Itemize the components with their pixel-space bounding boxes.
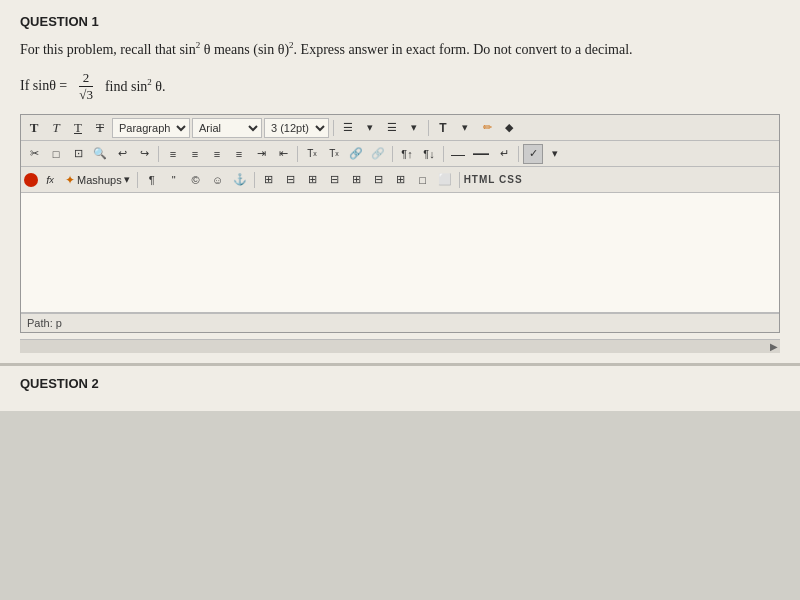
mashups-arrow: ▾	[124, 173, 130, 186]
separator5	[392, 146, 393, 162]
paragraph-mark-button[interactable]: ¶	[142, 170, 162, 190]
cut-button[interactable]: ✂	[24, 144, 44, 164]
problem-text: For this problem, recall that sin2 θ mea…	[20, 39, 780, 60]
text-color-arrow[interactable]: ▾	[455, 118, 475, 138]
question2-header: QUESTION 2	[20, 376, 780, 391]
grid4x2-button[interactable]: ⊟	[369, 170, 389, 190]
hr-thick-button[interactable]: —	[470, 144, 492, 164]
question1-header: QUESTION 1	[20, 14, 780, 29]
html-css-label: HTML CSS	[464, 174, 523, 185]
indent-less-button[interactable]: ⇤	[273, 144, 293, 164]
check-arrow-button[interactable]: ▾	[545, 144, 565, 164]
copy-plain-button[interactable]: □	[46, 144, 66, 164]
list-button[interactable]: ☰	[338, 118, 358, 138]
paragraph-select[interactable]: Paragraph Heading 1 Heading 2	[112, 118, 190, 138]
check-button[interactable]: ✓	[523, 144, 543, 164]
separator4	[297, 146, 298, 162]
separator2	[428, 120, 429, 136]
align-center-button[interactable]: ≡	[185, 144, 205, 164]
grid3x3-button[interactable]: ⊞	[347, 170, 367, 190]
align-left-button[interactable]: ≡	[163, 144, 183, 164]
hr-thin-button[interactable]: —	[448, 144, 468, 164]
font-select[interactable]: Arial Times New Roman Courier	[192, 118, 262, 138]
question2-section: QUESTION 2	[0, 364, 800, 411]
subscript-button[interactable]: Tx	[324, 144, 344, 164]
align-justify-button[interactable]: ≡	[229, 144, 249, 164]
fraction-denominator: √3	[75, 87, 97, 103]
grid-col2-button[interactable]: ⬜	[435, 170, 455, 190]
separator10	[459, 172, 460, 188]
grid2x3-button[interactable]: ⊞	[303, 170, 323, 190]
quote-button[interactable]: "	[164, 170, 184, 190]
given-line: If sinθ = 2 √3 find sin2 θ.	[20, 70, 780, 102]
strikethrough-button[interactable]: T	[90, 118, 110, 138]
italic-button[interactable]: T	[46, 118, 66, 138]
toolbar-row2: ✂ □ ⊡ 🔍 ↩ ↪ ≡ ≡ ≡ ≡ ⇥ ⇤ Tx Tx 🔗 🔗 ¶	[21, 141, 779, 167]
size-select[interactable]: 3 (12pt) 1 (8pt) 2 (10pt) 4 (14pt)	[264, 118, 329, 138]
smiley-button[interactable]: ☺	[208, 170, 228, 190]
separator6	[443, 146, 444, 162]
align-right-button[interactable]: ≡	[207, 144, 227, 164]
table-button[interactable]: ⊞	[259, 170, 279, 190]
red-circle-icon	[24, 173, 38, 187]
ltr-button[interactable]: ¶↓	[419, 144, 439, 164]
pencil-button[interactable]: ✏	[477, 118, 497, 138]
copy-formatted-button[interactable]: ⊡	[68, 144, 88, 164]
given-suffix: find sin2 θ.	[105, 77, 166, 95]
page-container: QUESTION 1 For this problem, recall that…	[0, 0, 800, 411]
bold-button[interactable]: T	[24, 118, 44, 138]
indent-more-button[interactable]: ⇥	[251, 144, 271, 164]
editor-wrapper: T T T T Paragraph Heading 1 Heading 2 Ar…	[20, 114, 780, 333]
rtl-button[interactable]: ¶↑	[397, 144, 417, 164]
question1-section: QUESTION 1 For this problem, recall that…	[0, 0, 800, 364]
mashups-button[interactable]: ✦ Mashups ▾	[62, 170, 133, 190]
indent-arrow-button[interactable]: ▾	[404, 118, 424, 138]
special-char-button[interactable]: ↵	[494, 144, 514, 164]
undo-button[interactable]: ↩	[112, 144, 132, 164]
formula-button[interactable]: fx	[40, 170, 60, 190]
grid3x2-button[interactable]: ⊟	[325, 170, 345, 190]
editor-path-text: Path: p	[27, 317, 62, 329]
find-button[interactable]: 🔍	[90, 144, 110, 164]
given-prefix: If sinθ =	[20, 78, 67, 94]
grid2x2-button[interactable]: ⊟	[281, 170, 301, 190]
editor-content[interactable]	[21, 193, 779, 313]
scrollbar-row[interactable]: ▶	[20, 339, 780, 353]
separator1	[333, 120, 334, 136]
fraction: 2 √3	[75, 70, 97, 102]
grid-col1-button[interactable]: □	[413, 170, 433, 190]
indent-button[interactable]: ☰	[382, 118, 402, 138]
separator8	[137, 172, 138, 188]
separator3	[158, 146, 159, 162]
unlink-button[interactable]: 🔗	[368, 144, 388, 164]
grid4x3-button[interactable]: ⊞	[391, 170, 411, 190]
anchor-button[interactable]: ⚓	[230, 170, 250, 190]
fraction-numerator: 2	[79, 70, 94, 87]
scroll-right-icon: ▶	[770, 341, 778, 352]
toolbar-row1: T T T T Paragraph Heading 1 Heading 2 Ar…	[21, 115, 779, 141]
underline-button[interactable]: T	[68, 118, 88, 138]
toolbar-row3: fx ✦ Mashups ▾ ¶ " © ☺ ⚓ ⊞ ⊟ ⊞ ⊟ ⊞	[21, 167, 779, 193]
copyright-button[interactable]: ©	[186, 170, 206, 190]
separator7	[518, 146, 519, 162]
problem-text-part1: For this problem, recall that sin2 θ mea…	[20, 42, 633, 57]
text-color-button[interactable]: T	[433, 118, 453, 138]
superscript-button[interactable]: Tx	[302, 144, 322, 164]
mashups-label: Mashups	[77, 174, 122, 186]
mashups-icon: ✦	[65, 173, 75, 187]
editor-path-bar: Path: p	[21, 313, 779, 332]
link-button[interactable]: 🔗	[346, 144, 366, 164]
eraser-button[interactable]: ◆	[499, 118, 519, 138]
list-arrow-button[interactable]: ▾	[360, 118, 380, 138]
redo-button[interactable]: ↪	[134, 144, 154, 164]
separator9	[254, 172, 255, 188]
